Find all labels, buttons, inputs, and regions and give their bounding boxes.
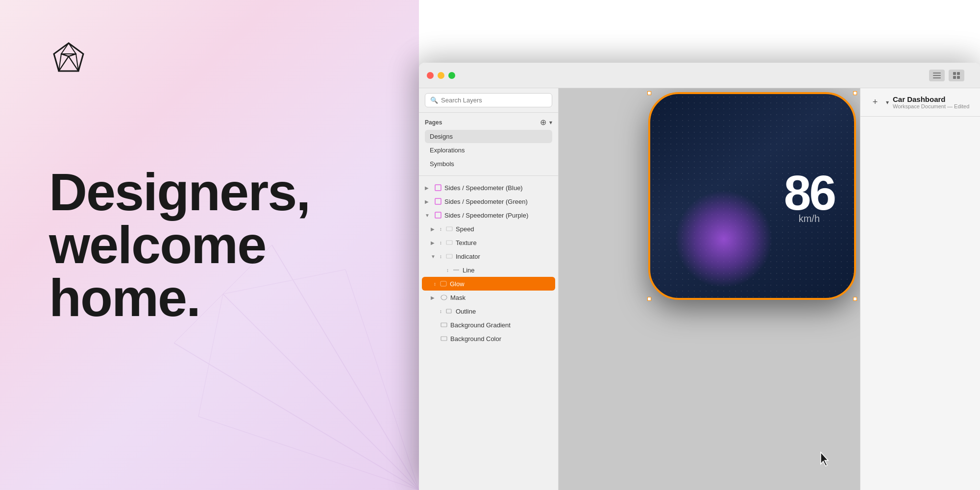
app-window: 🔍 Pages ⊕ ▾ Designs Expl	[419, 0, 980, 490]
svg-rect-20	[953, 76, 956, 79]
car-dashboard: 86 km/h	[649, 93, 855, 299]
title-bar-controls	[929, 70, 964, 81]
symbol-icon: ↕	[440, 240, 442, 245]
layer-speedometer-blue[interactable]: ▶ Sides / Speedometer (Blue)	[419, 181, 558, 195]
cursor-icon	[819, 451, 831, 470]
layer-name: Background Color	[450, 335, 552, 343]
hero-line1: Designers,	[49, 166, 310, 219]
main-content: 🔍 Pages ⊕ ▾ Designs Expl	[419, 88, 980, 490]
svg-rect-29	[441, 281, 446, 286]
group-icon	[445, 224, 454, 233]
inspector-panel: + ▾ Car Dashboard Workspace Document — E…	[860, 88, 980, 490]
layer-line[interactable]: ↕ Line	[419, 263, 558, 277]
svg-rect-19	[957, 72, 960, 75]
pages-header: Pages ⊕ ▾	[425, 118, 552, 127]
svg-line-13	[223, 270, 345, 294]
svg-line-10	[198, 416, 419, 490]
layer-name: Sides / Speedometer (Green)	[444, 198, 552, 205]
sketch-app: 🔍 Pages ⊕ ▾ Designs Expl	[419, 63, 980, 490]
svg-rect-21	[957, 76, 960, 79]
page-item-symbols[interactable]: Symbols	[425, 157, 552, 171]
layer-name: Sides / Speedometer (Blue)	[444, 184, 552, 192]
artboard-icon	[434, 211, 442, 220]
add-page-button[interactable]: ⊕	[540, 118, 546, 127]
svg-rect-33	[441, 337, 447, 341]
group-icon	[445, 252, 454, 261]
svg-line-6	[223, 294, 419, 490]
pages-list: Designs Explorations Symbols	[425, 130, 552, 171]
svg-rect-32	[441, 323, 447, 327]
search-bar: 🔍	[419, 88, 558, 113]
layer-speedometer-purple[interactable]: ▼ Sides / Speedometer (Purple)	[419, 208, 558, 222]
svg-rect-23	[435, 198, 441, 204]
symbol-icon: ↕	[440, 226, 442, 232]
svg-rect-15	[933, 73, 941, 74]
chevron-icon: ▶	[431, 240, 438, 245]
inspector-title-wrap: Car Dashboard Workspace Document — Edite…	[893, 95, 972, 109]
add-button[interactable]: +	[868, 96, 882, 109]
svg-rect-17	[933, 77, 941, 78]
symbol-icon: ↕	[446, 268, 449, 273]
traffic-lights	[427, 72, 455, 79]
chevron-icon: ▶	[425, 199, 432, 204]
close-button[interactable]	[427, 72, 434, 79]
minimize-button[interactable]	[438, 72, 444, 79]
layer-bg-gradient[interactable]: Background Gradient	[419, 318, 558, 332]
chevron-icon: ▶	[425, 185, 432, 191]
group-icon	[445, 238, 454, 247]
svg-line-8	[272, 245, 419, 490]
pages-chevron[interactable]: ▾	[549, 119, 552, 126]
pages-label: Pages	[425, 119, 442, 126]
svg-rect-31	[446, 309, 451, 313]
svg-rect-24	[435, 212, 441, 218]
layer-speedometer-green[interactable]: ▶ Sides / Speedometer (Green)	[419, 195, 558, 208]
svg-line-12	[223, 245, 272, 294]
layers-panel: 🔍 Pages ⊕ ▾ Designs Expl	[419, 88, 559, 490]
layer-name: Glow	[450, 280, 552, 288]
layer-indicator[interactable]: ▼ ↕ Indicator	[419, 249, 558, 263]
search-input-wrap[interactable]: 🔍	[425, 93, 552, 107]
svg-rect-27	[446, 254, 452, 258]
line-icon	[452, 266, 461, 274]
inspector-toggle-button[interactable]	[929, 70, 945, 81]
page-item-designs[interactable]: Designs	[425, 130, 552, 143]
layer-speed[interactable]: ▶ ↕ Speed	[419, 222, 558, 236]
chevron-icon: ▶	[431, 226, 438, 232]
layer-name: Background Gradient	[450, 321, 552, 329]
breadcrumb-chevron: ▾	[886, 99, 889, 106]
symbol-icon: ↕	[434, 281, 436, 287]
search-icon: 🔍	[430, 97, 438, 104]
svg-rect-22	[435, 185, 441, 191]
pages-actions: ⊕ ▾	[540, 118, 552, 127]
chevron-icon: ▼	[425, 213, 432, 218]
page-item-explorations[interactable]: Explorations	[425, 144, 552, 157]
layer-name: Speed	[456, 225, 552, 233]
layer-outline[interactable]: ↕ Outline	[419, 304, 558, 318]
layer-texture[interactable]: ▶ ↕ Texture	[419, 236, 558, 249]
layer-mask[interactable]: ▶ Mask	[419, 291, 558, 304]
svg-rect-16	[933, 75, 941, 76]
pages-section: Pages ⊕ ▾ Designs Explorations Symbols	[419, 113, 558, 172]
layers-list: ▶ Sides / Speedometer (Blue) ▶ Sides / S…	[419, 179, 558, 490]
layer-glow[interactable]: ↕ Glow	[422, 277, 555, 291]
svg-line-11	[174, 294, 223, 343]
artboard-icon	[434, 197, 442, 206]
svg-rect-18	[953, 72, 956, 75]
chevron-icon: ▶	[431, 295, 438, 300]
speed-display: 86 km/h	[784, 168, 834, 224]
symbol-icon: ↕	[440, 309, 442, 314]
dashboard-inner: 86 km/h	[650, 94, 854, 298]
grid-view-button[interactable]	[949, 70, 964, 81]
canvas-area: 86 km/h	[559, 88, 860, 490]
maximize-button[interactable]	[448, 72, 455, 79]
layer-name: Sides / Speedometer (Purple)	[444, 212, 552, 219]
rect-icon	[440, 334, 448, 343]
svg-line-14	[198, 294, 223, 416]
layer-bg-color[interactable]: Background Color	[419, 332, 558, 345]
layer-name: Indicator	[456, 253, 552, 260]
chevron-icon: ▼	[431, 254, 438, 259]
svg-rect-26	[446, 241, 452, 245]
svg-line-7	[174, 343, 419, 490]
title-bar	[419, 63, 980, 88]
search-input[interactable]	[441, 97, 547, 104]
